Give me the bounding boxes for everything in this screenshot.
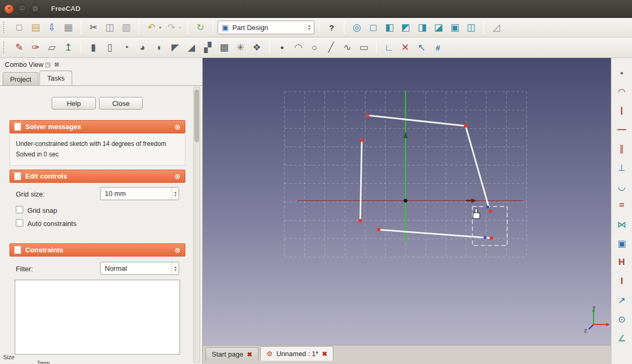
- tab-close-icon[interactable]: ✖: [247, 351, 252, 358]
- distance-constraint-icon[interactable]: ↗: [612, 291, 632, 310]
- constraints-filter-combobox[interactable]: Normal ▴ ▾: [100, 262, 179, 275]
- constraints-list[interactable]: [15, 280, 180, 355]
- create-line-icon[interactable]: ╱: [323, 40, 339, 55]
- leave-sketch-icon[interactable]: ↥: [60, 40, 76, 55]
- combo-spinner-icon[interactable]: ▴ ▾: [172, 262, 179, 274]
- sketch-vertex[interactable]: [489, 210, 492, 213]
- horizontal-distance-icon[interactable]: H: [612, 253, 632, 272]
- help-button[interactable]: Help: [52, 97, 96, 110]
- tab-unnamed-document[interactable]: ⚙ Unnamed : 1* ✖: [260, 346, 333, 361]
- tab-project[interactable]: Project: [3, 72, 38, 85]
- close-window-button[interactable]: ✕: [4, 4, 14, 14]
- map-sketch-icon[interactable]: ▱: [44, 40, 60, 55]
- external-geometry-icon[interactable]: ↖: [413, 40, 430, 55]
- right-view-icon[interactable]: ◨: [414, 20, 430, 35]
- parallel-constraint-icon[interactable]: ∥: [612, 139, 632, 158]
- sketch-vertex[interactable]: [360, 139, 364, 142]
- fit-all-icon[interactable]: ◎: [349, 20, 365, 35]
- create-polyline-icon[interactable]: ∿: [339, 40, 355, 55]
- cut-icon[interactable]: ✂: [85, 20, 102, 35]
- toolbar-drag-handle[interactable]: [3, 42, 6, 53]
- groove-icon[interactable]: ◕: [134, 40, 151, 55]
- sketch-point-selected[interactable]: [483, 236, 487, 239]
- create-rectangle-icon[interactable]: ▭: [355, 40, 372, 55]
- section-close-icon[interactable]: ⊗: [174, 172, 181, 181]
- tab-tasks[interactable]: Tasks: [39, 71, 72, 85]
- close-button[interactable]: Close: [99, 97, 143, 110]
- edit-controls-header[interactable]: Edit controls ⊗: [9, 170, 185, 183]
- refresh-icon[interactable]: ↻: [192, 20, 209, 35]
- 3d-viewport[interactable]: YXZ: [203, 58, 611, 345]
- tab-close-icon[interactable]: ✖: [322, 350, 327, 358]
- save-document-icon[interactable]: ⇩: [44, 20, 60, 35]
- create-sketch-icon[interactable]: ✎: [11, 40, 27, 55]
- combo-spinner-icon[interactable]: ▴ ▾: [172, 188, 179, 200]
- arc-icon[interactable]: ◠: [612, 82, 632, 101]
- minimize-window-button[interactable]: –: [17, 4, 27, 14]
- float-panel-icon[interactable]: ◳: [43, 60, 52, 68]
- toolbar-drag-handle[interactable]: [3, 22, 6, 33]
- coordinate-axes-icon[interactable]: ∟: [381, 40, 397, 55]
- perpendicular-constraint-icon[interactable]: ⊥: [612, 158, 632, 177]
- solver-messages-header[interactable]: Solver messages ⊗: [9, 120, 185, 133]
- workbench-selector[interactable]: ▣ Part Design ▴ ▾: [218, 21, 314, 34]
- angle-constraint-icon[interactable]: ∠: [612, 329, 632, 348]
- create-circle-icon[interactable]: ○: [307, 40, 323, 55]
- bottom-view-icon[interactable]: ▣: [447, 20, 463, 35]
- edit-sketch-icon[interactable]: ✑: [27, 40, 44, 55]
- rear-view-icon[interactable]: ◪: [430, 20, 447, 35]
- open-folder-icon[interactable]: ▤: [27, 20, 44, 35]
- draft-icon[interactable]: ◢: [183, 40, 200, 55]
- measure-distance-icon[interactable]: ◿: [488, 20, 505, 35]
- panel-scrollbar-thumb[interactable]: [194, 90, 199, 142]
- copy-icon[interactable]: ◫: [102, 20, 118, 35]
- create-point-icon[interactable]: ●: [274, 40, 290, 55]
- front-view-icon[interactable]: ◧: [381, 20, 398, 35]
- sketch-vertex[interactable]: [490, 237, 493, 240]
- axonometric-view-icon[interactable]: ◻: [365, 20, 381, 35]
- close-panel-icon[interactable]: ⊠: [52, 60, 61, 68]
- redo-dropdown-icon[interactable]: ▾: [177, 20, 183, 35]
- horizontal-constraint-icon[interactable]: ―: [612, 120, 632, 139]
- create-arc-icon[interactable]: ◠: [290, 40, 307, 55]
- section-close-icon[interactable]: ⊗: [174, 246, 181, 254]
- origin-point[interactable]: [403, 199, 407, 202]
- section-close-icon[interactable]: ⊗: [174, 123, 181, 131]
- equal-constraint-icon[interactable]: =: [612, 196, 632, 215]
- left-view-icon[interactable]: ◫: [463, 20, 479, 35]
- radius-constraint-icon[interactable]: ⊙: [612, 310, 632, 329]
- grid-size-combobox[interactable]: 10 mm ▴ ▾: [100, 187, 179, 200]
- mirrored-icon[interactable]: ▞: [200, 40, 216, 55]
- combo-spinner-icon[interactable]: ▴ ▾: [306, 24, 312, 31]
- sketch-vertex[interactable]: [377, 228, 381, 232]
- pad-icon[interactable]: ▮: [85, 40, 102, 55]
- chamfer-icon[interactable]: ◤: [167, 40, 183, 55]
- pocket-icon[interactable]: ▯: [102, 40, 118, 55]
- vertical-constraint-icon[interactable]: |: [612, 101, 632, 120]
- sketch-vertex[interactable]: [359, 219, 362, 223]
- lock-constraint-icon[interactable]: ▣: [612, 234, 632, 253]
- whats-this-icon[interactable]: ?: [323, 20, 340, 35]
- panel-scrollbar[interactable]: [193, 87, 200, 363]
- revolution-icon[interactable]: ◔: [118, 40, 134, 55]
- grid-snap-checkbox[interactable]: [16, 206, 23, 213]
- top-view-icon[interactable]: ◩: [398, 20, 414, 35]
- toggle-construction-icon[interactable]: #: [430, 40, 446, 55]
- fillet-icon[interactable]: ◖: [151, 40, 167, 55]
- undo-dropdown-icon[interactable]: ▾: [157, 20, 163, 35]
- new-document-icon[interactable]: □: [11, 20, 27, 35]
- tangent-constraint-icon[interactable]: ◡: [612, 177, 632, 196]
- auto-constraints-checkbox[interactable]: [16, 219, 23, 227]
- linear-pattern-icon[interactable]: ▩: [216, 40, 232, 55]
- polar-pattern-icon[interactable]: ✳: [232, 40, 249, 55]
- paste-icon[interactable]: ▥: [118, 20, 134, 35]
- symmetric-constraint-icon[interactable]: ⋈: [612, 215, 632, 234]
- multitransform-icon[interactable]: ❖: [249, 40, 265, 55]
- point-icon[interactable]: ●: [612, 63, 632, 82]
- constraints-header[interactable]: Constraints ⊗: [9, 243, 185, 257]
- sketch-vertex[interactable]: [464, 124, 468, 128]
- vertical-distance-icon[interactable]: I: [612, 272, 632, 291]
- sketch-point-selected[interactable]: [486, 205, 489, 209]
- trim-edge-icon[interactable]: ✕: [397, 40, 413, 55]
- print-icon[interactable]: ▦: [60, 20, 76, 35]
